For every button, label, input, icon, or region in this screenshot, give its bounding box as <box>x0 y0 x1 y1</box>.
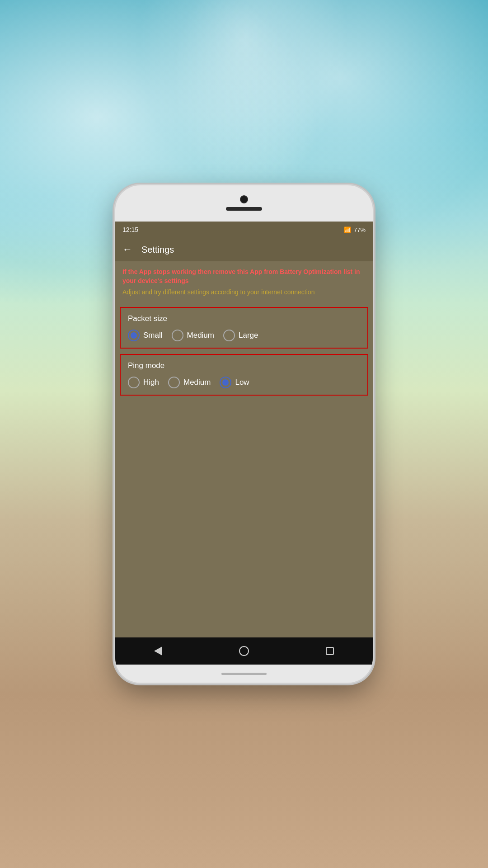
status-icons: 📶 77% <box>344 226 366 233</box>
nav-home-icon <box>239 646 249 656</box>
packet-size-title: Packet size <box>128 314 360 323</box>
status-bar: 12:15 📶 77% <box>115 222 373 238</box>
phone-bottom <box>115 665 373 683</box>
ping-mode-high-option[interactable]: High <box>128 377 159 388</box>
page-title: Settings <box>141 245 174 255</box>
packet-size-small-radio[interactable] <box>128 330 140 341</box>
packet-size-large-label: Large <box>239 331 258 340</box>
phone-bottom-bar <box>221 673 267 675</box>
status-time: 12:15 <box>122 226 138 233</box>
packet-size-medium-radio[interactable] <box>172 330 183 341</box>
ping-mode-medium-radio[interactable] <box>168 377 180 388</box>
nav-recent-button[interactable] <box>319 640 341 662</box>
packet-size-medium-label: Medium <box>187 331 214 340</box>
packet-size-small-label: Small <box>143 331 163 340</box>
battery-icon: 77% <box>354 226 366 233</box>
wifi-icon: 📶 <box>344 226 351 233</box>
phone-speaker <box>226 207 262 211</box>
back-button[interactable]: ← <box>122 244 132 255</box>
phone-camera <box>240 195 248 203</box>
packet-size-medium-option[interactable]: Medium <box>172 330 214 341</box>
phone-top-hardware <box>115 185 373 222</box>
ping-mode-title: Ping mode <box>128 361 360 370</box>
phone-device: 12:15 📶 77% ← Settings If the App stops … <box>115 185 373 683</box>
warning-text: If the App stops working then remove thi… <box>122 268 366 285</box>
top-app-bar: ← Settings <box>115 238 373 261</box>
ping-mode-high-radio[interactable] <box>128 377 140 388</box>
content-area: If the App stops working then remove thi… <box>115 261 373 637</box>
warning-section: If the App stops working then remove thi… <box>115 261 373 302</box>
packet-size-section: Packet size Small Medium Large <box>120 307 368 349</box>
battery-percent: 77% <box>354 226 366 233</box>
ping-mode-section: Ping mode High Medium Low <box>120 354 368 396</box>
nav-bar <box>115 637 373 665</box>
ping-mode-low-radio[interactable] <box>220 377 231 388</box>
ping-mode-low-option[interactable]: Low <box>220 377 249 388</box>
phone-screen: 12:15 📶 77% ← Settings If the App stops … <box>115 222 373 665</box>
packet-size-radio-group: Small Medium Large <box>128 330 360 341</box>
ping-mode-medium-option[interactable]: Medium <box>168 377 211 388</box>
ping-mode-radio-group: High Medium Low <box>128 377 360 388</box>
info-text: Adjust and try different settings accord… <box>122 288 366 297</box>
packet-size-large-radio[interactable] <box>223 330 235 341</box>
nav-recent-icon <box>326 647 334 655</box>
packet-size-large-option[interactable]: Large <box>223 330 258 341</box>
ping-mode-high-label: High <box>143 378 159 387</box>
nav-home-button[interactable] <box>233 640 255 662</box>
nav-back-icon <box>154 646 162 656</box>
ping-mode-low-label: Low <box>235 378 249 387</box>
ping-mode-medium-label: Medium <box>183 378 211 387</box>
nav-back-button[interactable] <box>147 640 169 662</box>
packet-size-small-option[interactable]: Small <box>128 330 163 341</box>
